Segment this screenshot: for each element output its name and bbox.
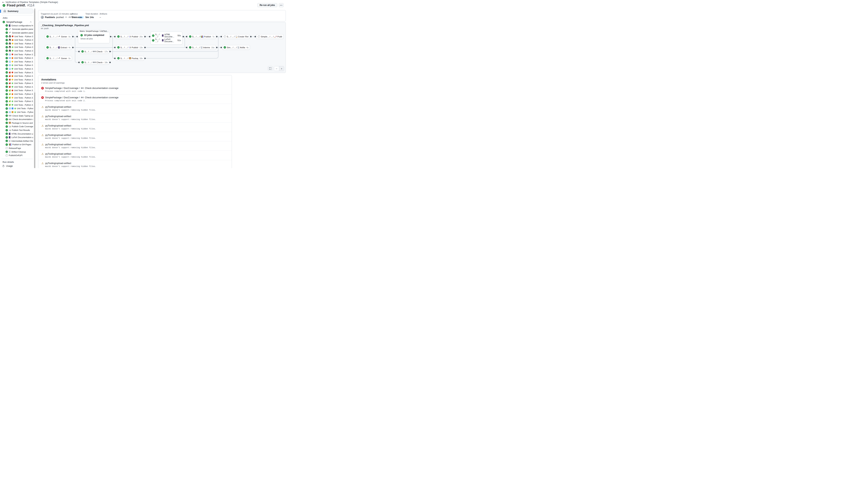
sidebar-job-item[interactable]: Unit Tests - Python 3.10: [1, 56, 33, 60]
sidebar-job-item[interactable]: Unit Tests - Python 3.12: [1, 45, 33, 49]
graph-node-generate-params-1[interactable]: S... / ... /Generate pipelin...0s: [45, 34, 72, 39]
graph-node-artifact-cleanup[interactable]: Sim... / ... /Artifact Cleanup4s: [222, 45, 250, 50]
scrollbar-up-arrow[interactable]: [34, 9, 35, 10]
job-label: LaTeX Documentation using ...: [12, 136, 33, 139]
sidebar-job-item[interactable]: LaTeX Documentation using ...: [1, 135, 33, 139]
sidebar-job-item[interactable]: Unit Tests - Python 3.11: [1, 60, 33, 63]
graph-node-package-source-wheel[interactable]: S... / ... /Package in Sou...18s: [116, 56, 144, 60]
sidebar-job-item[interactable]: Unit Tests - Python 3.12: [1, 99, 33, 103]
run-details: Run details Usage Workflow file: [1, 161, 33, 168]
graph-node-check-doc-coverage[interactable]: S... / ... /Check docume...18s: [80, 60, 109, 64]
sidebar-job-item[interactable]: Intermediate Artifact Cleanup: [1, 139, 33, 143]
sidebar-item-usage[interactable]: Usage: [1, 164, 33, 168]
sidebar-job-item[interactable]: Unit Tests - Python 3.13: [1, 103, 33, 107]
kebab-menu-button[interactable]: •••: [279, 3, 284, 7]
sidebar-job-item[interactable]: Publish Code Coverage Results: [1, 125, 33, 129]
graph-node-check-static-typing[interactable]: S... / ... /Check Static Ty...17s: [80, 49, 109, 54]
chevron-up-icon[interactable]: [30, 21, 32, 23]
graph-node-matrix-unittests[interactable]: 22 jobs completed Show all jobs: [78, 32, 110, 43]
graph-canvas[interactable]: Matrix: SimplePackage / UnitTest... 22 j…: [38, 22, 286, 73]
sidebar-job-item[interactable]: Unit Tests - Python 3.11: [1, 96, 33, 100]
sidebar-item-workflow-file[interactable]: Workflow file: [1, 168, 33, 168]
sidebar-job-item[interactable]: Unit Tests - Python 3.13: [1, 49, 33, 53]
sidebar-scrollbar-thumb[interactable]: [34, 10, 35, 56]
graph-node-generate-params-2[interactable]: S... / ... /Generate pipelin...0s: [45, 56, 72, 60]
sidebar-job-item[interactable]: Unit Tests - Python 3.12: [1, 82, 33, 85]
annotation-title[interactable]: pyTooling/upload-artifact: [41, 115, 229, 118]
sidebar-job-item[interactable]: Unit Tests - Python 3.10: [1, 38, 33, 42]
sidebar-job-item[interactable]: HTML Documentation using ...: [1, 132, 33, 136]
annotation-title[interactable]: SimplePackage / DocCoverage /Check docum…: [41, 87, 229, 89]
annotation-title[interactable]: pyTooling/upload-artifact: [41, 134, 229, 136]
sidebar-job-item[interactable]: Generate pipeline parameters: [1, 27, 33, 31]
annotation-title[interactable]: pyTooling/upload-artifact: [41, 162, 229, 164]
annotation-title-text: pyTooling/upload-artifact: [45, 162, 71, 164]
pen-icon: [58, 35, 60, 38]
zoom-in-button[interactable]: +: [279, 66, 284, 71]
annotation-warning-row: pyTooling/upload-artifactmacOS doesn't s…: [38, 160, 232, 168]
job-label: Unit Tests - Python 3.13: [14, 104, 33, 106]
graph-node-publish-test-results[interactable]: S... / ... /Publish Test Re...13s: [116, 45, 144, 50]
zoom-out-button[interactable]: −: [274, 66, 279, 71]
annotation-title[interactable]: pyTooling/upload-artifact: [41, 153, 229, 155]
sidebar-job-item[interactable]: Unit Tests - Python 3.9: [1, 53, 33, 56]
sidebar-job-item[interactable]: Unit Tests - Python 3.10: [1, 74, 33, 78]
sidebar-job-item[interactable]: Unit Tests - Python 3.12: [1, 110, 33, 114]
sidebar-job-item[interactable]: Generate pipeline parameters: [1, 31, 33, 34]
annotation-title[interactable]: SimplePackage / DocCoverage /Check docum…: [41, 96, 229, 99]
graph-node-latex-documentation[interactable]: S... / ... /LaTeX Docume...51s: [152, 38, 181, 43]
sidebar-job-item[interactable]: ReleasePage: [1, 146, 33, 150]
amber-square-icon: [12, 111, 13, 113]
sidebar-job-item[interactable]: Unit Tests - Python 3.12: [1, 63, 33, 67]
annotation-title[interactable]: pyTooling/upload-artifact: [41, 124, 229, 127]
sidebar-group-simplepackage[interactable]: SimplePackage: [1, 20, 33, 24]
sidebar-job-item[interactable]: Check documentation covera...: [1, 117, 33, 121]
sidebar-job-item[interactable]: Unit Tests - Python 3.11: [1, 42, 33, 45]
home-icon: [3, 10, 6, 12]
graph-node-intermediate-cleanup[interactable]: S... / ... /Intermediate A...16s: [188, 45, 216, 50]
graph-node-html-documentation[interactable]: S... / ... /HTML Docume...55s: [152, 33, 181, 38]
job-label: Unit Tests - Python 3.10: [14, 39, 33, 41]
node-label: Publish to GH-P...: [204, 35, 211, 38]
sidebar-job-item[interactable]: Unit Tests - Python 3.13: [1, 67, 33, 71]
job-label: Check documentation covera...: [12, 118, 33, 120]
artifacts-value: –: [100, 16, 101, 18]
annotation-warning-row: pyTooling/upload-artifactmacOS doesn't s…: [38, 132, 232, 141]
yellow-dot-icon: [12, 79, 13, 81]
success-check-icon: [5, 31, 8, 34]
sidebar-job-item[interactable]: Unit Tests - Python 3.12: [1, 107, 33, 111]
scrollbar-lower-segment[interactable]: [34, 92, 35, 168]
graph-node-publish-gh-pages[interactable]: S... / ... /Publish to GH-P...7s: [188, 34, 216, 39]
show-all-jobs-link[interactable]: Show all jobs: [81, 38, 107, 40]
sidebar-job-item[interactable]: Unit Tests - Python 3.9: [1, 34, 33, 38]
sidebar-job-item[interactable]: Unit Tests - Python 3.9: [1, 71, 33, 74]
graph-node-publish-code-coverage[interactable]: S... / ... /Publish Code C...20s: [116, 34, 144, 39]
annotation-title[interactable]: pyTooling/upload-artifact: [41, 105, 229, 108]
sidebar-job-item[interactable]: PublishOnPyPI: [1, 154, 33, 157]
rerun-all-jobs-button[interactable]: Re-run all jobs: [257, 3, 277, 7]
back-link[interactable]: Verification of Pipeline Templates (Simp…: [5, 1, 58, 3]
sidebar-job-item[interactable]: Unit Tests - Python 3.13: [1, 85, 33, 89]
avatar[interactable]: [41, 16, 44, 19]
breadcrumb[interactable]: Verification of Pipeline Templates (Simp…: [2, 1, 58, 4]
matrix-tab[interactable]: Matrix: SimplePackage / UnitTest...: [78, 30, 102, 32]
success-check-icon: [5, 111, 8, 113]
node-label: Generate pipelin...: [61, 57, 67, 59]
sidebar-job-item[interactable]: Extract configurations from p...: [1, 24, 33, 27]
sidebar-job-item[interactable]: Package in Source and Wheel...: [1, 121, 33, 125]
actor-name[interactable]: Paebbels: [45, 16, 55, 18]
graph-node-extract-configurations[interactable]: S... / ... /Extract configur...4s: [45, 45, 72, 50]
sidebar-job-item[interactable]: Publish Test Results: [1, 128, 33, 132]
sidebar-job-item[interactable]: Check Static Typing using Pyt...: [1, 114, 33, 118]
annotation-title[interactable]: pyTooling/upload-artifact: [41, 143, 229, 146]
success-check-icon: [5, 107, 8, 110]
graph-node-publish-pypi[interactable]: Simple... / ... /Publish to PyPI: [256, 34, 284, 39]
sidebar-job-item[interactable]: Publish to GH-Pages: [1, 143, 33, 146]
sidebar-job-item[interactable]: Artifact Cleanup: [1, 150, 33, 154]
sidebar-job-item[interactable]: Unit Tests - Python 3.11: [1, 78, 33, 82]
sidebar-job-item[interactable]: Unit Tests - Python 3.9: [1, 89, 33, 92]
fullscreen-button[interactable]: [268, 66, 273, 71]
sidebar-job-item[interactable]: Unit Tests - Python 3.10: [1, 92, 33, 96]
graph-node-create-release-page[interactable]: S... / ... /Create 'Release Pa...: [222, 34, 250, 39]
sidebar-item-summary[interactable]: Summary: [1, 9, 33, 13]
